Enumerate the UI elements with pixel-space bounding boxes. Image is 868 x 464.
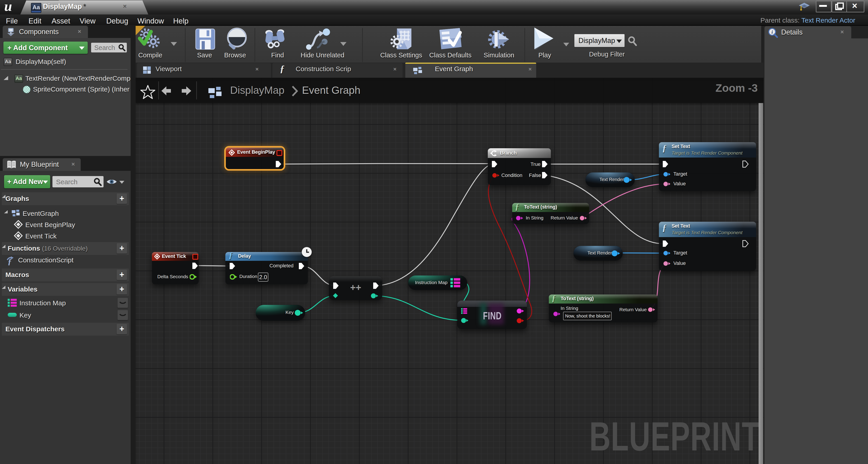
svg-text:i: i <box>772 29 773 35</box>
